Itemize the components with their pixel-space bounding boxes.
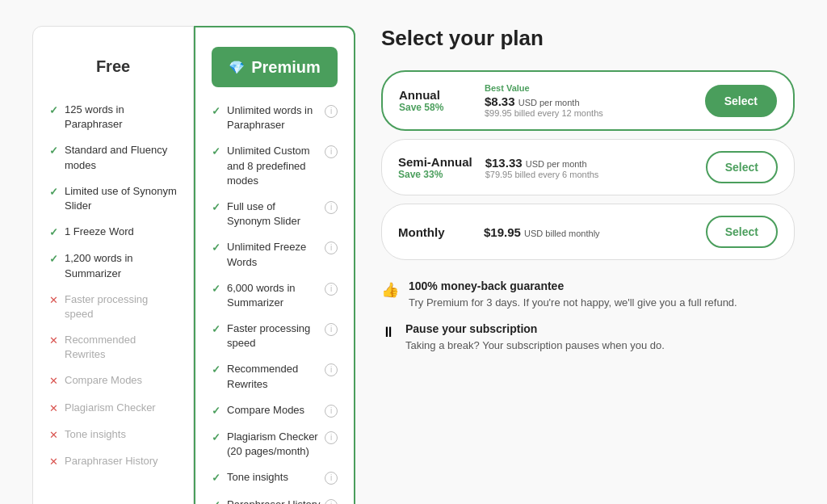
list-item: ✓ 1 Freeze Word (49, 225, 177, 240)
semi-annual-option[interactable]: Semi-Annual Save 33% $13.33 USD per mont… (381, 139, 795, 195)
list-item: ✓ 125 words in Paraphraser (49, 103, 177, 132)
page-title: Select your plan (381, 26, 795, 51)
plan-name: Semi-Annual (398, 155, 472, 169)
plans-section: Free ✓ 125 words in Paraphraser ✓ Standa… (32, 26, 355, 504)
check-icon: ✓ (212, 363, 220, 377)
free-plan-header: Free (49, 46, 177, 86)
price-sub: $99.95 billed every 12 months (485, 108, 692, 118)
price-main: $19.95 USD billed monthly (484, 225, 693, 239)
feature-text: 1 Freeze Word (65, 225, 134, 239)
check-icon: ✓ (212, 430, 220, 445)
info-icon[interactable]: i (325, 323, 338, 336)
check-icon: ✓ (212, 404, 220, 418)
info-icon[interactable]: i (325, 242, 338, 254)
info-icon[interactable]: i (325, 405, 338, 418)
list-item: ✕ Compare Modes (49, 373, 177, 388)
plan-price-block: $19.95 USD billed monthly (484, 225, 693, 239)
check-icon: ✓ (49, 252, 58, 267)
premium-plan-header: 💎 Premium (212, 47, 338, 87)
list-item: ✓ Unlimited Custom and 8 predefined mode… (212, 144, 338, 188)
list-item: ✓ 6,000 words in Summarizer i (212, 281, 338, 310)
premium-feature-list: ✓ Unlimited words in Paraphraser i ✓ Unl… (212, 103, 338, 504)
price-unit: USD per month (518, 98, 580, 107)
list-item: ✓ 1,200 words in Summarizer (49, 251, 177, 280)
price-sub: $79.95 billed every 6 months (485, 170, 693, 179)
guarantee-title: 100% money-back guarantee (409, 279, 737, 292)
list-item: ✓ Unlimited words in Paraphraser i (212, 103, 338, 132)
diamond-icon: 💎 (229, 60, 245, 75)
feature-text: Faster processing speed (227, 321, 321, 351)
plan-name-block: Monthly (398, 225, 471, 239)
monthly-select-button[interactable]: Select (706, 216, 778, 248)
pause-subscription: ⏸ Pause your subscription Taking a break… (381, 322, 795, 354)
premium-plan-title: 💎 Premium (229, 58, 321, 77)
cross-icon: ✕ (49, 293, 58, 308)
list-item: ✕ Paraphraser History (49, 454, 177, 469)
price-unit: USD billed monthly (524, 229, 600, 238)
feature-text: Full use of Synonym Slider (227, 200, 321, 229)
right-section: Select your plan Annual Save 58% Best Va… (381, 26, 795, 504)
feature-text: 1,200 words in Summarizer (65, 251, 177, 280)
list-item: ✓ Faster processing speed i (212, 321, 338, 351)
feature-text: Faster processing speed (65, 292, 177, 321)
cross-icon: ✕ (49, 334, 58, 348)
plan-save: Save 33% (398, 169, 472, 180)
cross-icon: ✕ (49, 401, 58, 416)
free-plan-title: Free (96, 57, 130, 76)
thumbs-up-icon: 👍 (381, 281, 399, 299)
plan-name-block: Semi-Annual Save 33% (398, 155, 472, 180)
list-item: ✓ Tone insights i (212, 470, 338, 485)
check-icon: ✓ (212, 498, 220, 504)
check-icon: ✓ (49, 185, 58, 200)
list-item: ✓ Unlimited Freeze Words i (212, 240, 338, 269)
pause-content: Pause your subscription Taking a break? … (405, 322, 665, 354)
plan-price-block: Best Value $8.33 USD per month $99.95 bi… (485, 83, 692, 118)
info-icon[interactable]: i (325, 499, 338, 504)
info-icon[interactable]: i (325, 472, 338, 485)
semi-annual-select-button[interactable]: Select (706, 151, 778, 183)
feature-text: Standard and Fluency modes (65, 143, 177, 172)
check-icon: ✓ (212, 104, 220, 119)
cross-icon: ✕ (49, 455, 58, 469)
annual-select-button[interactable]: Select (705, 85, 777, 117)
info-icon[interactable]: i (325, 431, 338, 444)
guarantee-section: 👍 100% money-back guarantee Try Premium … (381, 279, 795, 353)
pause-title: Pause your subscription (405, 322, 665, 335)
monthly-option[interactable]: Monthly $19.95 USD billed monthly Select (381, 204, 795, 260)
feature-text: Paraphraser History (227, 498, 321, 504)
price-main: $8.33 USD per month (485, 94, 692, 108)
list-item: ✕ Plagiarism Checker (49, 401, 177, 416)
list-item: ✕ Faster processing speed (49, 292, 177, 321)
info-icon[interactable]: i (325, 105, 338, 118)
check-icon: ✓ (212, 322, 220, 337)
guarantee-text: Try Premium for 3 days. If you're not ha… (409, 295, 737, 311)
best-value-badge: Best Value (485, 83, 692, 93)
plan-save: Save 58% (399, 102, 472, 113)
price-main: $13.33 USD per month (485, 156, 693, 170)
list-item: ✕ Recommended Rewrites (49, 333, 177, 362)
check-icon: ✓ (212, 282, 220, 296)
feature-text: 6,000 words in Summarizer (227, 281, 321, 310)
list-item: ✓ Compare Modes i (212, 403, 338, 418)
annual-option[interactable]: Annual Save 58% Best Value $8.33 USD per… (381, 70, 795, 131)
feature-text: Unlimited Custom and 8 predefined modes (227, 144, 321, 188)
info-icon[interactable]: i (325, 145, 338, 158)
money-back-guarantee: 👍 100% money-back guarantee Try Premium … (381, 279, 795, 311)
info-icon[interactable]: i (325, 201, 338, 214)
info-icon[interactable]: i (325, 363, 338, 376)
cross-icon: ✕ (49, 374, 58, 388)
list-item: ✓ Limited use of Synonym Slider (49, 184, 177, 213)
feature-text: Compare Modes (227, 403, 304, 418)
price-unit: USD per month (526, 159, 587, 169)
plan-name: Monthly (398, 225, 471, 239)
pricing-options: Annual Save 58% Best Value $8.33 USD per… (381, 70, 795, 260)
plan-name: Annual (399, 88, 472, 102)
check-icon: ✓ (49, 103, 58, 118)
plan-name-block: Annual Save 58% (399, 88, 472, 113)
info-icon[interactable]: i (325, 283, 338, 296)
feature-text: 125 words in Paraphraser (65, 103, 177, 132)
list-item: ✓ Recommended Rewrites i (212, 362, 338, 391)
feature-text: Plagiarism Checker (65, 401, 156, 415)
free-plan-card: Free ✓ 125 words in Paraphraser ✓ Standa… (32, 26, 194, 504)
check-icon: ✓ (49, 144, 58, 158)
